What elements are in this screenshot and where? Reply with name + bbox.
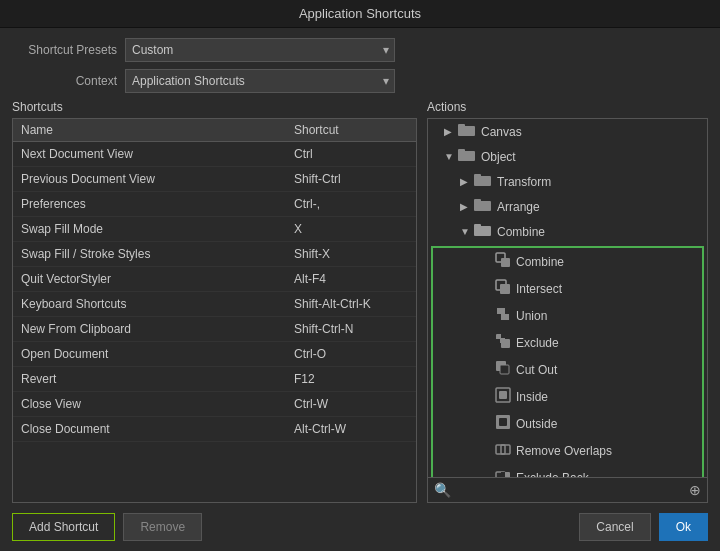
file-icon-intersect	[495, 279, 511, 298]
file-icon-combine	[495, 252, 511, 271]
row-shortcut: F12	[286, 367, 416, 391]
row-name: Quit VectorStyler	[13, 267, 286, 291]
folder-icon-arrange	[474, 198, 492, 215]
tree-item-cut-out[interactable]: ▶ Cut Out	[433, 356, 702, 383]
row-shortcut: Alt-Ctrl-W	[286, 417, 416, 441]
file-icon-inside	[495, 387, 511, 406]
svg-rect-5	[474, 174, 481, 178]
row-shortcut: Ctrl-W	[286, 392, 416, 416]
table-row[interactable]: Swap Fill ModeX	[13, 217, 416, 242]
actions-tree[interactable]: ▶ Canvas ▼ Object ▶	[427, 118, 708, 478]
actions-label: Actions	[427, 100, 708, 114]
svg-rect-13	[500, 284, 510, 294]
tree-item-canvas[interactable]: ▶ Canvas	[428, 119, 707, 144]
row-shortcut: Shift-Ctrl	[286, 167, 416, 191]
tree-item-combine[interactable]: ▶ Combine	[433, 248, 702, 275]
row-shortcut: Shift-Ctrl-N	[286, 317, 416, 341]
tree-item-object[interactable]: ▼ Object	[428, 144, 707, 169]
folder-icon-combine	[474, 223, 492, 240]
tree-label-union: Union	[516, 309, 547, 323]
tree-label-intersect: Intersect	[516, 282, 562, 296]
tree-item-exclude[interactable]: ▶ Exclude	[433, 329, 702, 356]
search-icon: 🔍	[434, 482, 451, 498]
tree-item-arrange[interactable]: ▶ Arrange	[428, 194, 707, 219]
row-shortcut: Shift-X	[286, 242, 416, 266]
svg-rect-17	[496, 339, 500, 343]
table-header: Name Shortcut	[12, 118, 417, 141]
row-name: Open Document	[13, 342, 286, 366]
table-row[interactable]: Quit VectorStylerAlt-F4	[13, 267, 416, 292]
table-row[interactable]: Next Document ViewCtrl	[13, 142, 416, 167]
tree-item-inside[interactable]: ▶ Inside	[433, 383, 702, 410]
folder-icon-canvas	[458, 123, 476, 140]
file-icon-exclude-back	[495, 468, 511, 478]
shortcut-presets-select[interactable]: Custom	[125, 38, 395, 62]
table-row[interactable]: Close DocumentAlt-Ctrl-W	[13, 417, 416, 442]
svg-rect-28	[501, 472, 505, 477]
tree-label-arrange: Arrange	[497, 200, 540, 214]
context-select[interactable]: Application Shortcuts	[125, 69, 395, 93]
cancel-button[interactable]: Cancel	[579, 513, 650, 541]
row-name: Close Document	[13, 417, 286, 441]
row-shortcut: Ctrl	[286, 142, 416, 166]
context-label: Context	[12, 74, 117, 88]
table-row[interactable]: RevertF12	[13, 367, 416, 392]
row-name: Keyboard Shortcuts	[13, 292, 286, 316]
table-row[interactable]: Close ViewCtrl-W	[13, 392, 416, 417]
tree-item-outside[interactable]: ▶ Outside	[433, 410, 702, 437]
tree-item-remove-overlaps[interactable]: ▶ Remove Overlaps	[433, 437, 702, 464]
shortcuts-table[interactable]: Next Document ViewCtrlPrevious Document …	[12, 141, 417, 503]
shortcut-presets-label: Shortcut Presets	[12, 43, 117, 57]
tree-item-combine-folder[interactable]: ▼ Combine	[428, 219, 707, 244]
svg-rect-9	[474, 224, 481, 228]
arrow-combine: ▼	[460, 226, 470, 237]
table-row[interactable]: PreferencesCtrl-,	[13, 192, 416, 217]
row-shortcut: Ctrl-,	[286, 192, 416, 216]
svg-rect-19	[500, 365, 509, 374]
tree-label-canvas: Canvas	[481, 125, 522, 139]
arrow-canvas: ▶	[444, 126, 454, 137]
tree-item-transform[interactable]: ▶ Transform	[428, 169, 707, 194]
file-icon-remove-overlaps	[495, 441, 511, 460]
svg-rect-3	[458, 149, 465, 153]
row-shortcut: Alt-F4	[286, 267, 416, 291]
table-row[interactable]: Open DocumentCtrl-O	[13, 342, 416, 367]
tree-label-combine: Combine	[516, 255, 564, 269]
add-shortcut-button[interactable]: Add Shortcut	[12, 513, 115, 541]
row-name: Previous Document View	[13, 167, 286, 191]
arrow-arrange: ▶	[460, 201, 470, 212]
row-name: New From Clipboard	[13, 317, 286, 341]
tree-label-remove-overlaps: Remove Overlaps	[516, 444, 612, 458]
folder-icon-transform	[474, 173, 492, 190]
tree-item-intersect[interactable]: ▶ Intersect	[433, 275, 702, 302]
svg-rect-1	[458, 124, 465, 128]
svg-rect-11	[501, 258, 510, 267]
svg-rect-16	[501, 334, 505, 338]
tree-item-union[interactable]: ▶ Union	[433, 302, 702, 329]
shortcuts-label: Shortcuts	[12, 100, 417, 114]
file-icon-exclude	[495, 333, 511, 352]
tree-label-exclude-back: Exclude Back	[516, 471, 589, 479]
table-row[interactable]: Swap Fill / Stroke StylesShift-X	[13, 242, 416, 267]
row-shortcut: Ctrl-O	[286, 342, 416, 366]
ok-button[interactable]: Ok	[659, 513, 708, 541]
row-name: Preferences	[13, 192, 286, 216]
row-shortcut: X	[286, 217, 416, 241]
row-name: Swap Fill Mode	[13, 217, 286, 241]
svg-rect-21	[499, 391, 507, 399]
table-row[interactable]: Previous Document ViewShift-Ctrl	[13, 167, 416, 192]
col-name-header: Name	[13, 119, 286, 141]
remove-button[interactable]: Remove	[123, 513, 202, 541]
table-row[interactable]: New From ClipboardShift-Ctrl-N	[13, 317, 416, 342]
combine-group-highlight: ▶ Combine ▶	[431, 246, 704, 478]
table-row[interactable]: Keyboard ShortcutsShift-Alt-Ctrl-K	[13, 292, 416, 317]
tree-label-combine-folder: Combine	[497, 225, 545, 239]
svg-rect-15	[501, 339, 510, 348]
tree-label-transform: Transform	[497, 175, 551, 189]
zoom-icon: ⊕	[689, 482, 701, 498]
svg-rect-7	[474, 199, 481, 203]
tree-item-exclude-back[interactable]: ▶ Exclude Back	[433, 464, 702, 478]
search-input[interactable]	[457, 483, 683, 497]
row-name: Swap Fill / Stroke Styles	[13, 242, 286, 266]
tree-label-cut-out: Cut Out	[516, 363, 557, 377]
